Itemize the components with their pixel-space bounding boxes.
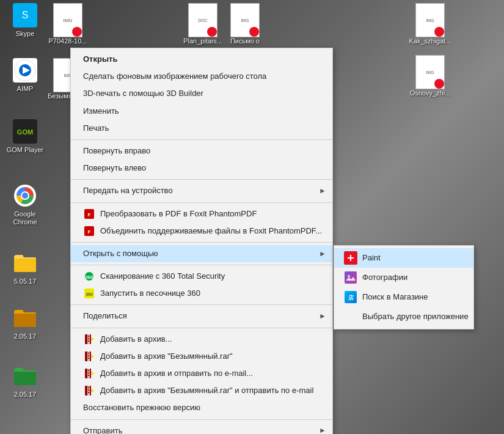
transfer-arrow-icon: ► <box>319 186 326 196</box>
menu-item-scan360[interactable]: 360 Сканирование с 360 Total Security <box>71 268 332 285</box>
separator-5 <box>71 265 332 265</box>
svg-rect-40 <box>88 372 89 373</box>
svg-rect-33 <box>88 353 89 354</box>
svg-rect-28 <box>88 338 89 339</box>
chrome-icon <box>13 183 37 208</box>
menu-item-add-email[interactable]: Добавить в архив и отправить по e-mail..… <box>71 365 332 382</box>
gom-label: GOM Player <box>7 146 44 154</box>
svg-rect-30 <box>91 338 93 340</box>
winrar-email-icon <box>83 369 95 378</box>
winrar-add-rar-icon <box>83 351 95 361</box>
svg-rect-46 <box>88 389 89 391</box>
desktop-icon-folder2[interactable]: 2.05.17 <box>3 306 47 340</box>
foxit-merge-icon: F <box>83 226 95 236</box>
menu-item-convert-pdf[interactable]: F Преобразовать в PDF в Foxit PhantomPDF <box>71 205 332 223</box>
plan-icon: DOC <box>188 3 217 37</box>
send-to-arrow-icon: ► <box>319 425 326 434</box>
aimp-icon <box>13 58 37 83</box>
skype-icon: S <box>13 3 37 28</box>
desktop-icon-kak[interactable]: IMG Kak_szhigat... <box>408 3 452 45</box>
osnovy-label: Osnovy_zhi... <box>410 89 451 97</box>
menu-item-merge-pdf[interactable]: F Объединить поддерживаемые файлы в Foxi… <box>71 223 332 240</box>
desktop-icon-folder1[interactable]: 5.05.17 <box>3 251 47 285</box>
desktop-icon-pismo[interactable]: IMG Письмо о ценах с ... <box>223 3 267 53</box>
menu-item-open-with[interactable]: Открыть с помощью ► Paint <box>71 245 332 262</box>
context-menu: Открыть Сделать фоновым изображением раб… <box>70 48 333 434</box>
menu-item-add-rar[interactable]: Добавить в архив "Безымянный.rar" <box>71 348 332 365</box>
photos-icon <box>344 271 357 284</box>
separator-6 <box>71 304 332 305</box>
submenu-item-store[interactable]: 店 Поиск в Магазине <box>334 287 473 307</box>
sandbox360-icon: 360 <box>83 289 95 298</box>
menu-item-edit[interactable]: Изменить <box>71 103 332 120</box>
menu-item-share[interactable]: Поделиться ► <box>71 307 332 325</box>
paint-icon <box>344 251 357 265</box>
menu-item-add-rar-email[interactable]: Добавить в архив "Безымянный.rar" и отпр… <box>71 382 332 399</box>
separator-7 <box>71 328 332 328</box>
svg-rect-34 <box>88 355 89 356</box>
menu-item-wallpaper[interactable]: Сделать фоновым изображением рабочего ст… <box>71 68 332 85</box>
desktop-icon-plan[interactable]: DOC Plan_pitani... <box>181 3 225 45</box>
svg-rect-27 <box>88 336 89 337</box>
open-with-arrow-icon: ► <box>319 249 326 259</box>
gom-icon: GOM <box>13 119 37 144</box>
desktop-icon-folder3[interactable]: 2.05.17 <box>3 364 47 399</box>
desktop-icon-gom[interactable]: GOM GOM Player <box>3 119 47 154</box>
p70428-label: P70428-10... <box>49 37 87 45</box>
svg-rect-35 <box>88 358 89 359</box>
menu-item-rotate-left[interactable]: Повернуть влево <box>71 160 332 177</box>
kak-icon: IMG <box>415 3 445 37</box>
desktop: S Skype IMG P70428-10... AIMP <box>0 0 504 434</box>
aimp-label: AIMP <box>17 85 34 93</box>
menu-item-open[interactable]: Открыть <box>71 51 332 68</box>
menu-item-sandbox360[interactable]: 360 Запустить в песочнице 360 <box>71 285 332 302</box>
desktop-icon-osnovy[interactable]: IMG Osnovy_zhi... <box>408 55 452 97</box>
folder1-icon <box>13 251 37 275</box>
skype-label: Skype <box>16 30 35 38</box>
svg-rect-45 <box>88 387 89 388</box>
menu-item-transfer[interactable]: Передать на устройство ► <box>71 182 332 199</box>
desktop-icon-skype[interactable]: S Skype <box>3 3 47 38</box>
svg-rect-36 <box>91 355 93 358</box>
p70428-icon: IMG <box>53 3 82 37</box>
svg-rect-41 <box>88 375 89 376</box>
menu-item-restore[interactable]: Восстановить прежнюю версию <box>71 399 332 416</box>
svg-rect-16 <box>350 255 351 261</box>
separator-2 <box>71 179 332 180</box>
winrar-add-icon <box>83 334 95 344</box>
menu-item-send-to[interactable]: Отправить ► <box>71 422 332 434</box>
desktop-icon-aimp[interactable]: AIMP <box>3 58 47 93</box>
svg-text:S: S <box>22 10 29 20</box>
menu-item-3dprint[interactable]: 3D-печать с помощью 3D Builder <box>71 85 332 102</box>
menu-item-rotate-right[interactable]: Повернуть вправо <box>71 142 332 160</box>
folder2-icon <box>13 306 37 330</box>
separator-4 <box>71 242 332 243</box>
plan-label: Plan_pitani... <box>183 37 222 45</box>
submenu-item-photos[interactable]: Фотографии <box>334 268 473 287</box>
kak-label: Kak_szhigat... <box>409 37 451 45</box>
desktop-icon-chrome[interactable]: Google Chrome <box>3 183 47 226</box>
svg-text:F: F <box>88 229 91 235</box>
menu-item-add-archive[interactable]: Добавить в архив... <box>71 331 332 348</box>
svg-rect-29 <box>88 340 89 342</box>
folder3-label: 2.05.17 <box>14 391 37 399</box>
folder2-label: 2.05.17 <box>14 333 37 340</box>
chrome-label: Google Chrome <box>3 210 47 226</box>
svg-point-18 <box>348 275 350 278</box>
folder1-label: 5.05.17 <box>14 278 37 285</box>
desktop-icon-p70428[interactable]: IMG P70428-10... <box>46 3 90 45</box>
svg-text:360: 360 <box>86 292 93 296</box>
folder3-icon <box>13 364 37 388</box>
svg-rect-17 <box>345 271 357 284</box>
other-app-icon <box>344 310 357 323</box>
svg-rect-42 <box>91 372 93 375</box>
foxit-convert-icon: F <box>83 209 95 219</box>
submenu-item-paint[interactable]: Paint <box>334 248 473 268</box>
pismo-icon: IMG <box>230 3 260 37</box>
menu-item-print[interactable]: Печать <box>71 120 332 137</box>
submenu-item-other[interactable]: Выбрать другое приложение <box>334 307 473 326</box>
svg-rect-39 <box>88 370 89 371</box>
separator-1 <box>71 139 332 140</box>
scan360-icon: 360 <box>83 271 95 281</box>
svg-rect-48 <box>91 389 93 392</box>
